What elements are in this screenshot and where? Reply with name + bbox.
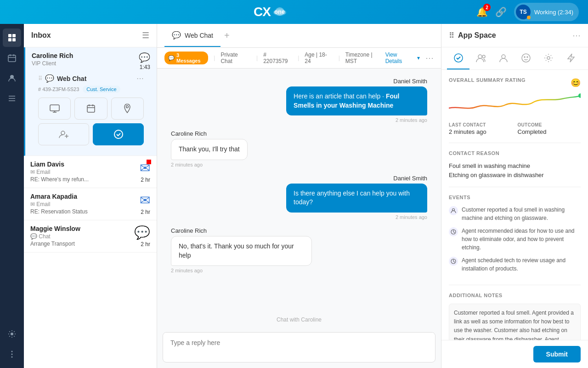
status-dot (527, 16, 531, 19)
message-time: 2 minutes ago (171, 268, 203, 273)
chat-info-more-icon[interactable]: ⋯ (425, 53, 434, 63)
message-time: 2 minutes ago (396, 117, 427, 123)
event-icon-2 (449, 227, 458, 236)
message-bubble: Is there anything else I can help you wi… (286, 184, 427, 213)
message-sender: Daniel Smith (393, 78, 427, 85)
notification-badge: 2 (483, 4, 491, 11)
submit-button[interactable]: Submit (533, 346, 581, 362)
list-item[interactable]: Caroline Rich VIP Client 💬 1:43 ⠿ 💬 (24, 47, 157, 156)
screen-share-button[interactable] (38, 98, 71, 120)
contact-reason-section: CONTACT REASON Foul smell in washing mac… (449, 150, 581, 187)
location-button[interactable] (111, 98, 144, 120)
svg-point-17 (11, 354, 13, 355)
svg-point-26 (126, 106, 129, 108)
unread-dot (147, 160, 151, 164)
message-sender: Caroline Rich (171, 130, 207, 137)
chat-input-area (163, 332, 435, 362)
agent-status-label: Working (2:34) (534, 9, 573, 16)
message-group: Daniel Smith Is there anything else I ca… (171, 175, 427, 220)
chat-area: 💬 Web Chat + 💬 3 Messages | Private Chat… (157, 24, 441, 368)
avatar: TS (516, 5, 531, 19)
event-icon-1 (449, 206, 458, 215)
message-sender: Daniel Smith (393, 175, 427, 182)
svg-point-32 (478, 55, 482, 58)
case-id: # 439-Z3FM-5S23 (38, 86, 79, 92)
app-tab-settings[interactable] (537, 47, 560, 69)
add-contact-button[interactable] (38, 123, 89, 145)
sidebar-item-dashboard[interactable] (3, 29, 21, 47)
chat-info-left: 💬 3 Messages | Private Chat | # 22073579… (164, 52, 385, 64)
svg-rect-5 (8, 38, 11, 41)
svg-point-16 (11, 351, 13, 352)
message-group: Daniel Smith Here is an article that can… (171, 78, 427, 123)
preview-text: Arrange Transport (30, 241, 134, 247)
chat-icon: 💬 (139, 52, 150, 63)
info-separator: | (298, 55, 299, 61)
list-item[interactable]: Maggie Winslow 💬 Chat Arrange Transport … (24, 220, 157, 253)
app-tab-summary[interactable] (447, 47, 469, 69)
reply-input[interactable] (163, 333, 435, 360)
svg-point-39 (578, 93, 581, 98)
last-contact-value: 2 minutes ago (449, 128, 512, 135)
agent-status-button[interactable]: TS Working (2:34) (514, 3, 579, 21)
message-bubble: No, that's it. Thank you so much for you… (171, 236, 312, 266)
rating-chart (449, 92, 581, 115)
notifications-button[interactable]: 🔔 2 (476, 6, 488, 17)
contact-list: Caroline Rich VIP Client 💬 1:43 ⠿ 💬 (24, 47, 157, 368)
event-icon-3 (449, 257, 458, 266)
view-details-button[interactable]: View Details ▾ (385, 52, 420, 64)
sidebar-item-queue[interactable] (3, 89, 21, 108)
app-tab-profile[interactable] (492, 47, 514, 69)
app-space-header: ⠿ App Space ⋯ (441, 24, 588, 47)
preview-text: RE: Where's my refun... (30, 176, 140, 183)
event-item: Customer reported a foul smell in washin… (449, 206, 581, 222)
sidebar-item-more[interactable] (3, 345, 21, 363)
list-item[interactable]: Amara Kapadia ✉ Email RE: Reservation St… (24, 188, 157, 220)
message-time: 2 minutes ago (396, 214, 427, 220)
tab-webchat[interactable]: 💬 Web Chat (164, 24, 220, 47)
svg-point-37 (527, 57, 528, 58)
additional-notes-title: ADDITIONAL NOTES (449, 293, 581, 298)
message-sender: Caroline Rich (171, 227, 207, 234)
inbox-filter-icon[interactable]: ☰ (142, 30, 149, 40)
sidebar-item-contacts[interactable] (3, 69, 21, 87)
contact-time: 1:43 (140, 64, 150, 70)
channel-label: ⠿ 💬 Web Chat (38, 74, 86, 83)
channel-type: 💬 Chat (30, 233, 51, 240)
sidebar-item-calendar[interactable] (3, 49, 21, 67)
svg-point-27 (61, 131, 65, 135)
app-logo: CX one (254, 5, 287, 19)
email-icon: ✉ (140, 193, 150, 208)
app-tab-lightning[interactable] (560, 47, 582, 69)
contact-name: Liam Davis (30, 161, 140, 168)
resolve-button[interactable] (93, 123, 144, 145)
more-options-icon[interactable]: ⋯ (136, 74, 144, 83)
case-number: # 22073579 (263, 52, 292, 64)
inbox-panel: Inbox ☰ Caroline Rich VIP Client 💬 1:43 (24, 24, 157, 368)
app-space-more-icon[interactable]: ⋯ (572, 30, 581, 40)
add-tab-button[interactable]: + (224, 30, 230, 41)
topbar: CX one 🔔 2 🔗 TS Working (2:34) (0, 0, 588, 24)
app-tab-contacts[interactable] (469, 47, 492, 69)
sidebar-item-settings[interactable] (3, 325, 21, 343)
contact-name: Caroline Rich (32, 52, 73, 59)
events-section: EVENTS Customer reported a foul smell in… (449, 195, 581, 285)
app-space-panel: ⠿ App Space ⋯ (441, 24, 588, 368)
contact-time: 2 hr (141, 209, 150, 215)
link-button[interactable]: 🔗 (495, 6, 507, 17)
chat-icon: 💬 (134, 225, 150, 240)
chat-type-label: Private Chat (220, 52, 251, 64)
chat-with-label: Chat with Caroline (157, 313, 441, 327)
tab-label: Web Chat (185, 32, 213, 39)
contact-name: Maggie Winslow (30, 225, 134, 232)
app-tab-emoji[interactable] (515, 47, 537, 69)
info-separator: | (256, 55, 258, 61)
rating-smiley: 😊 (571, 78, 581, 88)
schedule-button[interactable] (74, 98, 107, 120)
channel-type: ✉ Email (30, 201, 50, 207)
contact-name: Amara Kapadia (30, 193, 140, 200)
message-bubble: Here is an article that can help · Foul … (286, 86, 427, 115)
list-item[interactable]: Liam Davis ✉ Email RE: Where's my refun.… (24, 156, 157, 188)
outcome-label: OUTCOME (518, 122, 581, 127)
svg-point-15 (11, 333, 13, 335)
